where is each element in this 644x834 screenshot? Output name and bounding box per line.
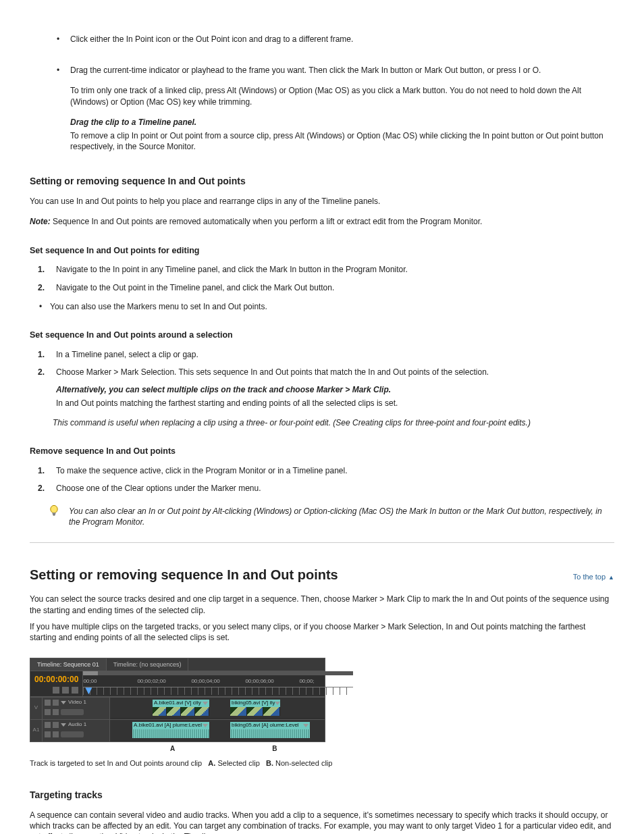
svg-rect-1 (53, 513, 56, 515)
audio-track-controls: Audio 1 (43, 720, 110, 741)
bullet-item: Click either the In Point icon or the Ou… (57, 34, 614, 45)
bullet-text: Drag the current-time indicator or playh… (70, 66, 541, 75)
caption-label-a: A. (208, 759, 215, 767)
video-lane[interactable]: A.bike01.avi [V] city biking05.avi [V] i… (110, 698, 325, 718)
subsection-heading: Set sequence In and Out points for editi… (30, 245, 614, 257)
dropdown-icon[interactable] (203, 724, 208, 727)
audio-clip-a[interactable]: A.bike01.avi [A] plume:Level (132, 721, 210, 739)
clip-label: A.bike01.avi [A] plume:Level (134, 722, 202, 729)
track-button[interactable] (53, 709, 59, 715)
tick-label: 00;00; (299, 678, 353, 685)
steps-list: In a Timeline panel, select a clip or ga… (30, 349, 614, 409)
track-button[interactable] (45, 731, 51, 737)
sub-step-body: To remove a clip In point or Out point f… (70, 130, 614, 152)
tip-para: This command is useful when replacing a … (53, 417, 614, 428)
timeline-tab-active[interactable]: Timeline: Sequence 01 (30, 658, 107, 671)
section-intro: You can use In and Out points to help yo… (30, 196, 614, 207)
track-pill[interactable] (61, 709, 84, 715)
track-button[interactable] (45, 709, 51, 715)
subsection-heading: Set sequence In and Out points around a … (30, 330, 614, 341)
track-name: Audio 1 (68, 721, 86, 729)
playhead-icon[interactable] (85, 687, 92, 694)
tool-button[interactable] (62, 687, 69, 694)
speaker-toggle-icon[interactable] (45, 722, 51, 728)
sub-step-head: Drag the clip to a Timeline panel. (70, 117, 614, 128)
single-bullet-list: You can also use the Markers menu to set… (30, 301, 614, 312)
to-top-text: To the top (573, 572, 606, 582)
note-row: Note: Sequence In and Out points are rem… (30, 216, 614, 227)
zoom-scrub-handle[interactable] (83, 671, 98, 675)
section-para: You can select the source tracks desired… (30, 594, 614, 615)
timeline-figure: Timeline: Sequence 01 Timeline: (no sequ… (30, 658, 614, 753)
figure-caption: Track is targeted to set In and Out poin… (30, 758, 435, 768)
tick-label: 00;00;02;00 (137, 678, 191, 685)
step-item: Navigate to the Out point in the Timelin… (53, 282, 614, 293)
step-item: To make the sequence active, click in th… (53, 465, 614, 476)
subsection-heading: Remove sequence In and Out points (30, 446, 614, 457)
bullet-item: Drag the current-time indicator or playh… (57, 65, 614, 152)
video-clip-a[interactable]: A.bike01.avi [V] city (152, 699, 210, 716)
track-button[interactable] (53, 731, 59, 737)
audio-lane[interactable]: A.bike01.avi [A] plume:Level biking05.av… (110, 720, 325, 740)
caret-up-icon: ▲ (608, 573, 614, 581)
section-heading: Setting or removing sequence In and Out … (30, 566, 338, 584)
figure-marker-b: B (272, 744, 277, 754)
tick-label: 00;00 (83, 678, 137, 685)
step-text: Navigate to the Out point in the Timelin… (56, 283, 334, 292)
subsection-heading: Targeting tracks (30, 789, 614, 802)
alt-body: In and Out points matching the farthest … (56, 398, 614, 409)
track-name: Video 1 (68, 699, 86, 706)
steps-list: Navigate to the In point in any Timeline… (30, 264, 614, 292)
step-text: Choose one of the Clear options under th… (56, 484, 261, 493)
step-text: In a Timeline panel, select a clip or ga… (56, 350, 198, 359)
svg-rect-2 (53, 515, 55, 516)
dropdown-icon[interactable] (203, 702, 208, 705)
tool-button[interactable] (72, 687, 78, 694)
lock-toggle-icon[interactable] (53, 700, 59, 706)
audio-track-row: A1 Audio 1 A.bik (30, 719, 325, 741)
tick-label: 00;00;06;00 (245, 678, 299, 685)
audio-clip-b[interactable]: biking05.avi [A] olume:Level (230, 721, 311, 739)
audio-gutter[interactable]: A1 (30, 720, 43, 741)
timeline-tab-inactive[interactable]: Timeline: (no sequences) (107, 658, 189, 671)
to-top-link[interactable]: To the top ▲ (573, 572, 614, 582)
step-text: Choose Marker > Mark Selection. This set… (56, 367, 489, 377)
tool-button[interactable] (53, 687, 59, 694)
tip-text: You can also clear an In or Out point by… (69, 506, 614, 527)
timeline-ruler[interactable]: 00;00 00;00;02;00 00;00;04;00 00;00;06;0… (83, 671, 353, 696)
lock-toggle-icon[interactable] (53, 722, 59, 728)
dropdown-icon[interactable] (303, 724, 308, 727)
figure-marker-a: A (170, 744, 175, 754)
timeline-tool-row (34, 687, 78, 694)
dropdown-icon[interactable] (275, 702, 280, 705)
step-text: Navigate to the In point in any Timeline… (56, 265, 408, 274)
timeline-panel: Timeline: Sequence 01 Timeline: (no sequ… (30, 658, 325, 741)
alt-head: Alternatively, you can select multiple c… (56, 384, 614, 395)
dropdown-icon[interactable] (61, 701, 66, 704)
lightbulb-icon (49, 504, 59, 521)
timeline-tabs: Timeline: Sequence 01 Timeline: (no sequ… (30, 658, 325, 671)
figure-marker-row: A B (30, 744, 325, 754)
eye-toggle-icon[interactable] (45, 700, 51, 706)
step-text: To make the sequence active, click in th… (56, 466, 348, 475)
dropdown-icon[interactable] (61, 723, 66, 727)
video-clip-b[interactable]: biking05.avi [V] ity (230, 699, 281, 716)
timecode-display[interactable]: 00:00:00:00 (34, 674, 78, 685)
note-label: Note: (30, 217, 51, 226)
video-track-row: V Video 1 A.bike (30, 697, 325, 719)
step-item: Choose Marker > Mark Selection. This set… (53, 367, 614, 409)
caption-text-b: Non-selected clip (275, 759, 332, 767)
section-para: If you have multiple clips on the target… (30, 621, 614, 643)
video-track-controls: Video 1 (43, 698, 110, 719)
tab-label: Timeline: (no sequences) (113, 661, 182, 668)
tip-row: You can also clear an In or Out point by… (49, 506, 614, 527)
track-pill[interactable] (61, 731, 84, 737)
clip-label: biking05.avi [A] olume:Level (232, 722, 299, 729)
clip-label: biking05.avi [V] ity (232, 700, 275, 707)
svg-point-0 (51, 505, 57, 513)
step-item: In a Timeline panel, select a clip or ga… (53, 349, 614, 360)
note-body: Sequence In and Out points are removed a… (53, 217, 482, 226)
caption-lead: Track is targeted to set In and Out poin… (30, 759, 202, 767)
step-item: Choose one of the Clear options under th… (53, 483, 614, 494)
video-gutter[interactable]: V (30, 698, 43, 719)
